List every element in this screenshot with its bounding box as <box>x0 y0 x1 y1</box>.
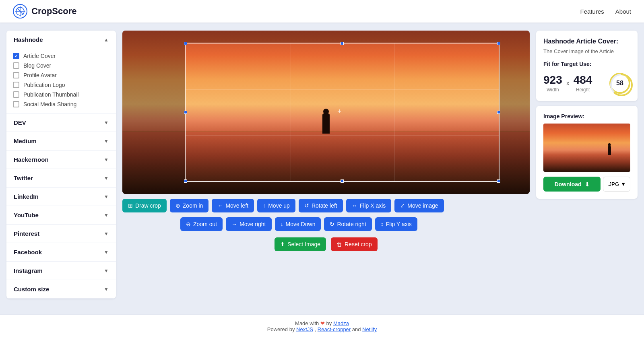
move-left-button[interactable]: ← Move left <box>212 199 254 212</box>
logo-icon <box>13 4 27 19</box>
move-right-button[interactable]: → Move right <box>226 217 271 231</box>
sidebar-label-medium: Medium <box>14 138 37 144</box>
sidebar-item-blog-cover[interactable]: Blog Cover <box>13 62 109 69</box>
label-article-cover: Article Cover <box>23 53 56 59</box>
preview-image <box>543 124 630 172</box>
select-image-button[interactable]: ⬆ Select Image <box>275 237 326 251</box>
flip-y-button[interactable]: ↕ Flip Y axis <box>375 217 417 231</box>
sidebar-section-dev: DEV ▼ <box>6 113 116 132</box>
flip-y-label: Flip Y axis <box>386 221 412 227</box>
move-down-button[interactable]: ↓ Move Down <box>275 217 321 231</box>
sidebar-label-linkedin: LinkedIn <box>14 193 39 200</box>
sidebar-label-twitter: Twitter <box>14 175 33 181</box>
crop-handle-bm[interactable] <box>341 179 344 183</box>
sidebar-header-instagram[interactable]: Instagram ▼ <box>6 262 116 280</box>
sidebar-label-facebook: Facebook <box>14 249 42 256</box>
draw-crop-button[interactable]: ⊞ Draw crop <box>122 199 167 212</box>
footer-reactcropper-link[interactable]: React-cropper <box>318 326 351 332</box>
sidebar-label-custom: Custom size <box>14 286 49 293</box>
zoom-out-button[interactable]: ⊖ Zoom out <box>180 217 223 231</box>
footer-netlify-link[interactable]: Netlify <box>362 326 377 332</box>
rotate-left-button[interactable]: ↺ Rotate left <box>299 199 343 212</box>
checkbox-publication-thumbnail[interactable] <box>13 91 19 98</box>
chevron-down-twitter-icon: ▼ <box>104 175 109 181</box>
label-profile-avatar: Profile Avatar <box>23 72 57 78</box>
sidebar-header-medium[interactable]: Medium ▼ <box>6 132 116 150</box>
main-layout: Hashnode ▲ Article Cover Blog Cover Prof… <box>0 23 644 314</box>
reset-crop-icon: 🗑 <box>336 241 342 247</box>
chevron-down-instagram-icon: ▼ <box>104 268 109 274</box>
sidebar-item-profile-avatar[interactable]: Profile Avatar <box>13 72 109 78</box>
checkbox-social-media[interactable] <box>13 101 19 107</box>
nav-features[interactable]: Features <box>580 8 604 15</box>
zoom-in-icon: ⊕ <box>175 202 180 209</box>
sidebar-section-instagram: Instagram ▼ <box>6 262 116 280</box>
move-image-button[interactable]: ⤢ Move image <box>394 199 444 212</box>
sidebar-header-linkedin[interactable]: LinkedIn ▼ <box>6 188 116 206</box>
center-area: ⊞ Draw crop ⊕ Zoom in ← Move left ↑ Move… <box>122 31 530 306</box>
crop-handle-tm[interactable] <box>341 42 344 45</box>
crop-handle-tr[interactable] <box>497 42 500 45</box>
sidebar-header-custom[interactable]: Custom size ▼ <box>6 280 116 298</box>
checkbox-blog-cover[interactable] <box>13 62 19 69</box>
sidebar: Hashnode ▲ Article Cover Blog Cover Prof… <box>6 31 116 299</box>
crop-handle-tl[interactable] <box>184 42 187 45</box>
sidebar-header-hackernoon[interactable]: Hackernoon ▼ <box>6 150 116 169</box>
sidebar-header-hashnode[interactable]: Hashnode ▲ <box>6 31 116 49</box>
format-chevron-icon: ▼ <box>621 181 626 187</box>
footer: Made with ❤ by Madza Powered by NextJS ,… <box>0 314 644 338</box>
footer-nextjs-link[interactable]: NextJS <box>296 326 313 332</box>
select-image-label: Select Image <box>287 241 320 247</box>
chevron-down-dev-icon: ▼ <box>104 120 109 126</box>
sidebar-item-publication-logo[interactable]: Publication Logo <box>13 82 109 88</box>
sidebar-label-instagram: Instagram <box>14 267 43 274</box>
chevron-down-pinterest-icon: ▼ <box>104 231 109 237</box>
image-canvas[interactable] <box>122 31 530 194</box>
sidebar-header-youtube[interactable]: YouTube ▼ <box>6 206 116 224</box>
reset-crop-button[interactable]: 🗑 Reset crop <box>331 237 378 251</box>
nav-about[interactable]: About <box>615 8 631 15</box>
move-up-icon: ↑ <box>263 202 266 209</box>
main-nav: Features About <box>580 8 631 15</box>
checkbox-publication-logo[interactable] <box>13 82 19 88</box>
move-left-label: Move left <box>225 202 248 209</box>
article-cover-title: Hashnode Article Cover: <box>543 38 630 45</box>
sidebar-section-linkedin: LinkedIn ▼ <box>6 188 116 206</box>
sidebar-header-facebook[interactable]: Facebook ▼ <box>6 243 116 261</box>
sidebar-header-pinterest[interactable]: Pinterest ▼ <box>6 225 116 243</box>
sidebar-item-article-cover[interactable]: Article Cover <box>13 53 109 59</box>
crop-handle-bl[interactable] <box>184 179 187 183</box>
chevron-down-custom-icon: ▼ <box>104 286 109 292</box>
label-publication-logo: Publication Logo <box>23 82 65 88</box>
crop-handle-ml[interactable] <box>184 111 187 114</box>
sidebar-header-dev[interactable]: DEV ▼ <box>6 113 116 132</box>
logo[interactable]: CropScore <box>13 4 76 19</box>
crop-handle-mr[interactable] <box>497 111 500 114</box>
checkbox-article-cover[interactable] <box>13 53 19 59</box>
right-panel: Hashnode Article Cover: The Cover image … <box>536 31 638 306</box>
sidebar-item-publication-thumbnail[interactable]: Publication Thumbnail <box>13 91 109 98</box>
draw-crop-label: Draw crop <box>135 202 161 209</box>
fit-label: Fit for Target Use: <box>543 61 630 67</box>
flip-x-button[interactable]: ↔ Flip X axis <box>346 199 392 212</box>
download-button[interactable]: Download ⬇ <box>543 177 601 192</box>
sidebar-header-twitter[interactable]: Twitter ▼ <box>6 169 116 187</box>
zoom-in-label: Zoom in <box>183 202 203 209</box>
zoom-in-button[interactable]: ⊕ Zoom in <box>170 199 209 212</box>
move-up-button[interactable]: ↑ Move up <box>257 199 295 212</box>
rotate-right-button[interactable]: ↻ Rotate right <box>324 217 372 231</box>
checkbox-profile-avatar[interactable] <box>13 72 19 78</box>
crop-overlay[interactable] <box>185 43 500 182</box>
chevron-up-icon: ▲ <box>104 37 109 43</box>
download-row: Download ⬇ .JPG ▼ <box>543 177 630 192</box>
logo-text: CropScore <box>31 6 76 16</box>
format-selector[interactable]: .JPG ▼ <box>603 177 630 192</box>
height-block: 484 Height <box>574 74 592 93</box>
preview-silhouette <box>608 146 611 155</box>
footer-author-link[interactable]: Madza <box>333 320 349 326</box>
dimensions-row: 923 Width x 484 Height 58 <box>543 73 630 94</box>
chevron-down-youtube-icon: ▼ <box>104 212 109 218</box>
sidebar-item-social-media[interactable]: Social Media Sharing <box>13 101 109 107</box>
dimension-x-separator: x <box>566 80 570 87</box>
crop-handle-br[interactable] <box>497 179 500 183</box>
